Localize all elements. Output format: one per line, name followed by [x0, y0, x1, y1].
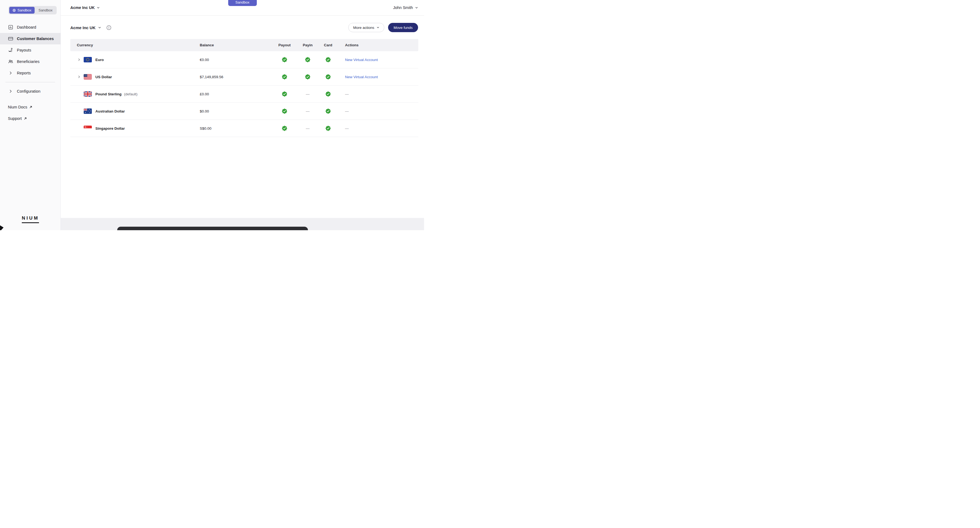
- chevron-down-icon: [377, 26, 379, 29]
- table-row-singapore-dollar: Singapore DollarS$0.00——: [70, 120, 418, 137]
- not-available-dash: —: [345, 109, 349, 113]
- more-actions-label: More actions: [353, 25, 374, 30]
- currency-name: Euro: [95, 58, 104, 62]
- currency-name: Pound Sterling: [95, 92, 121, 96]
- sidebar-item-beneficiaries[interactable]: Beneficiaries: [0, 56, 60, 67]
- not-available-dash: —: [345, 126, 349, 130]
- mouse-cursor: [0, 225, 4, 230]
- currency-cell: Pound Sterling(default): [70, 91, 200, 97]
- move-funds-button[interactable]: Move funds: [388, 23, 418, 32]
- enabled-check-icon: [282, 74, 287, 80]
- payin-cell: [297, 57, 318, 62]
- enabled-check-icon: [325, 57, 331, 62]
- new-virtual-account-link[interactable]: New Virtual Account: [345, 58, 378, 62]
- balances-table: Currency Balance Payout Payin Card Actio…: [70, 39, 418, 137]
- external-link-icon: [24, 117, 27, 120]
- sidebar-item-configuration[interactable]: Configuration: [0, 86, 60, 97]
- environment-active-label: Sandbox: [18, 8, 31, 12]
- payin-cell: —: [297, 126, 318, 130]
- environment-toggle: Sandbox Sandbox: [8, 6, 57, 14]
- target-dot-icon: [13, 9, 16, 12]
- chevron-right-icon: [8, 70, 13, 76]
- sidebar-secondary-nav: Configuration: [0, 86, 60, 97]
- balance-cell: S$0.00: [200, 126, 272, 130]
- actions-cell: —: [338, 126, 418, 130]
- payin-cell: —: [297, 109, 318, 113]
- header-actions: More actions Move funds: [348, 23, 418, 32]
- card-cell: [318, 74, 338, 80]
- payout-cell: [272, 126, 297, 131]
- currency-cell: Singapore Dollar: [70, 126, 200, 131]
- column-header-actions: Actions: [338, 43, 418, 47]
- environment-toggle-sandbox-active[interactable]: Sandbox: [9, 7, 35, 14]
- environment-toggle-sandbox-inactive[interactable]: Sandbox: [35, 7, 56, 14]
- enabled-check-icon: [325, 91, 331, 97]
- sidebar-item-customer-balances[interactable]: Customer Balances: [0, 33, 60, 45]
- external-link-icon: [29, 105, 32, 109]
- currency-default-tag: (default): [124, 92, 138, 96]
- table-row-euro: Euro€0.00New Virtual Account: [70, 51, 418, 68]
- enabled-check-icon: [325, 126, 331, 131]
- people-icon: [8, 59, 13, 64]
- flag-sg-icon: [84, 126, 92, 131]
- flag-eu-icon: [84, 57, 92, 62]
- sidebar-item-dashboard[interactable]: Dashboard: [0, 22, 60, 33]
- currency-name: Australian Dollar: [95, 109, 125, 113]
- not-available-dash: —: [306, 92, 310, 96]
- main-area: Acme Inc UK Sandbox John Smith Acme Inc …: [61, 0, 424, 230]
- nium-logo: NIUM: [22, 216, 39, 223]
- card-cell: [318, 91, 338, 97]
- card-cell: [318, 108, 338, 114]
- balance-value: £0.00: [200, 92, 209, 96]
- sidebar-item-payouts[interactable]: Payouts: [0, 45, 60, 56]
- payout-cell: [272, 108, 297, 114]
- enabled-check-icon: [282, 91, 287, 97]
- card-cell: [318, 57, 338, 62]
- expand-row-icon[interactable]: [77, 75, 81, 79]
- sidebar-nav: DashboardCustomer BalancesPayoutsBenefic…: [0, 22, 60, 79]
- expand-row-icon[interactable]: [77, 57, 81, 62]
- sidebar-item-reports[interactable]: Reports: [0, 67, 60, 79]
- actions-cell: New Virtual Account: [338, 58, 418, 62]
- enabled-check-icon: [282, 126, 287, 131]
- bottom-overlay-bar: [117, 227, 308, 230]
- balance-cell: $7,149,859.56: [200, 75, 272, 79]
- org-switcher[interactable]: Acme Inc UK: [70, 5, 100, 10]
- chevron-right-icon: [8, 89, 13, 94]
- balance-cell: £0.00: [200, 92, 272, 96]
- balance-value: $7,149,859.56: [200, 75, 223, 79]
- table-row-pound-sterling: Pound Sterling(default)£0.00——: [70, 86, 418, 103]
- sidebar-item-label: Payouts: [17, 48, 31, 52]
- info-icon[interactable]: [106, 25, 111, 30]
- payout-cell: [272, 74, 297, 80]
- sidebar-external-links: Nium DocsSupport: [0, 101, 60, 124]
- not-available-dash: —: [306, 109, 310, 113]
- balances-table-body: Euro€0.00New Virtual AccountUS Dollar$7,…: [70, 51, 418, 137]
- balance-cell: €0.00: [200, 58, 272, 62]
- payout-cell: [272, 91, 297, 97]
- enabled-check-icon: [282, 57, 287, 62]
- column-header-card: Card: [318, 43, 338, 47]
- sidebar-link-nium-docs[interactable]: Nium Docs: [0, 101, 60, 113]
- sidebar-link-label: Support: [8, 116, 22, 121]
- environment-badge[interactable]: Sandbox: [228, 0, 257, 6]
- sidebar-item-label: Customer Balances: [17, 37, 54, 41]
- table-row-us-dollar: US Dollar$7,149,859.56New Virtual Accoun…: [70, 68, 418, 86]
- sidebar-item-label: Reports: [17, 71, 31, 75]
- new-virtual-account-link[interactable]: New Virtual Account: [345, 75, 378, 79]
- enabled-check-icon: [282, 108, 287, 114]
- user-menu[interactable]: John Smith: [393, 5, 418, 10]
- topbar: Acme Inc UK Sandbox John Smith: [61, 0, 424, 16]
- account-switcher[interactable]: Acme Inc UK: [70, 25, 111, 30]
- user-name: John Smith: [393, 5, 413, 10]
- sidebar-link-support[interactable]: Support: [0, 113, 60, 124]
- balances-table-header: Currency Balance Payout Payin Card Actio…: [70, 39, 418, 51]
- not-available-dash: —: [306, 126, 310, 130]
- table-row-australian-dollar: Australian Dollar$0.00——: [70, 103, 418, 120]
- environment-inactive-label: Sandbox: [38, 8, 52, 12]
- org-name: Acme Inc UK: [70, 5, 95, 10]
- balance-cell: $0.00: [200, 109, 272, 113]
- enabled-check-icon: [325, 108, 331, 114]
- more-actions-button[interactable]: More actions: [348, 23, 384, 32]
- page-header: Acme Inc UK More actions Move funds: [61, 16, 424, 39]
